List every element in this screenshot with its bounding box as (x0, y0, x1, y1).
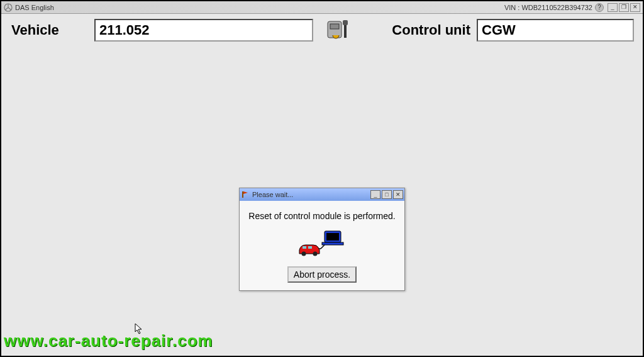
svg-rect-5 (242, 191, 243, 198)
svg-rect-7 (326, 233, 339, 241)
svg-rect-8 (322, 242, 343, 245)
help-button[interactable]: ? (595, 3, 604, 12)
watermark-text: www.car-auto-repair.com (4, 331, 213, 351)
ecu-connector-icon (313, 18, 364, 43)
restore-button[interactable]: ❐ (619, 3, 629, 12)
svg-rect-14 (308, 246, 312, 249)
dialog-graphic (245, 230, 399, 258)
control-unit-label: Control unit (364, 20, 477, 41)
vin-label: VIN : WDB2110522B394732 (504, 4, 592, 11)
header-row: Vehicle 211.052 Control unit CGW (1, 14, 643, 47)
svg-rect-4 (343, 20, 348, 25)
svg-line-9 (321, 245, 325, 249)
app-title: DAS English (15, 4, 54, 11)
minimize-button[interactable]: _ (608, 3, 618, 12)
flag-icon (241, 190, 250, 199)
svg-point-11 (302, 252, 306, 256)
titlebar: DAS English VIN : WDB2110522B394732 ? _ … (1, 1, 643, 14)
vehicle-field: 211.052 (94, 19, 313, 42)
svg-rect-13 (303, 246, 306, 249)
svg-rect-3 (344, 24, 347, 38)
control-unit-field: CGW (477, 19, 634, 42)
please-wait-dialog: Please wait... _ □ ✕ Reset of control mo… (239, 188, 405, 291)
dialog-close-button[interactable]: ✕ (393, 190, 403, 199)
dialog-message: Reset of control module is performed. (245, 211, 399, 221)
control-unit-value: CGW (482, 22, 516, 38)
abort-process-button[interactable]: Abort process. (287, 266, 357, 283)
app-window: DAS English VIN : WDB2110522B394732 ? _ … (0, 0, 644, 357)
svg-point-12 (313, 252, 318, 256)
vehicle-label: Vehicle (6, 20, 94, 41)
svg-rect-2 (330, 24, 339, 29)
vehicle-value: 211.052 (99, 22, 150, 38)
dialog-maximize-button[interactable]: □ (382, 190, 392, 199)
dialog-title: Please wait... (252, 191, 369, 198)
dialog-minimize-button[interactable]: _ (370, 190, 380, 199)
close-button[interactable]: ✕ (630, 3, 640, 12)
dialog-titlebar[interactable]: Please wait... _ □ ✕ (240, 188, 404, 201)
mercedes-logo-icon (4, 3, 13, 12)
content-area: Please wait... _ □ ✕ Reset of control mo… (3, 52, 641, 354)
dialog-body: Reset of control module is performed. (240, 201, 404, 290)
